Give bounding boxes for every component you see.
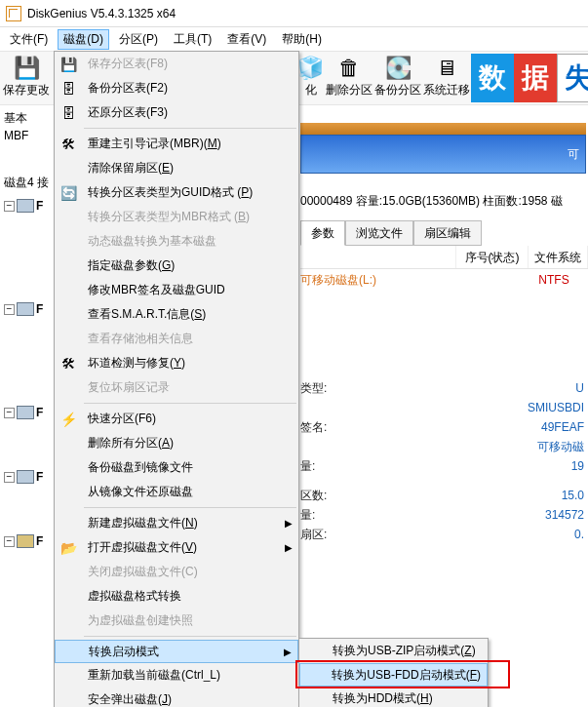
menu-item-label: 修改MBR签名及磁盘GUID: [82, 282, 298, 298]
disk-menu-dropdown: 💾保存分区表(F8)🗄备份分区表(F2)🗄还原分区表(F3)🛠重建主引导记录(M…: [54, 51, 299, 707]
menu-item-label: 备份磁盘到镜像文件: [82, 459, 298, 476]
promo-banner[interactable]: 数 据 失 丢: [471, 54, 588, 102]
submenu-arrow-icon: ▶: [285, 518, 293, 529]
submenu-item[interactable]: 转换为USB-FDD启动模式(F): [299, 663, 488, 687]
info-block: 区数:15.0 量:314572 扇区:0.: [300, 486, 584, 544]
menu-item-icon: 📂: [55, 540, 82, 556]
collapse-icon[interactable]: −: [4, 304, 15, 315]
tb-bkp-label: 备份分区: [374, 82, 421, 98]
menu-bar: 文件(F) 磁盘(D) 分区(P) 工具(T) 查看(V) 帮助(H): [0, 27, 588, 51]
kv-v: 15.0: [562, 489, 584, 502]
tree-node[interactable]: −F: [0, 529, 45, 554]
menu-item[interactable]: 指定磁盘参数(G): [55, 254, 298, 278]
collapse-icon[interactable]: −: [4, 201, 15, 212]
submenu-item-label: 转换为USB-FDD启动模式(F): [326, 667, 487, 684]
menu-item-label: 从镜像文件还原磁盘: [82, 484, 298, 500]
menu-item-label: 删除所有分区(A): [82, 435, 298, 452]
menu-item-label: 重建主引导记录(MBR)(M): [82, 136, 298, 152]
menu-item: 动态磁盘转换为基本磁盘: [55, 229, 298, 254]
migrate-icon: 🖥: [436, 58, 457, 79]
menu-item-label: 保存分区表(F8): [82, 56, 298, 72]
tb-format[interactable]: 🧊 化: [296, 54, 325, 102]
promo-1: 数: [471, 54, 514, 102]
menu-item-label: 快速分区(F6): [82, 411, 298, 427]
kv-v: 49FEAF: [541, 420, 584, 434]
menu-item[interactable]: 查看S.M.A.R.T.信息(S): [55, 302, 298, 327]
left-l2: MBF: [4, 127, 51, 144]
kv-v: SMIUSBDI: [528, 401, 584, 414]
submenu-item[interactable]: 转换为USB-ZIP启动模式(Z): [299, 639, 488, 663]
menu-item[interactable]: 备份磁盘到镜像文件: [55, 455, 298, 480]
menu-item: 转换分区表类型为MBR格式 (B): [55, 205, 298, 229]
menu-item[interactable]: 🗄还原分区表(F3): [55, 100, 298, 125]
disk-map[interactable]: 可: [300, 123, 586, 174]
kv-l: 类型:: [300, 380, 327, 397]
tree-node[interactable]: −F: [0, 296, 45, 322]
collapse-icon[interactable]: −: [4, 472, 15, 483]
menu-item: 💾保存分区表(F8): [55, 52, 298, 76]
tab-params[interactable]: 参数: [300, 220, 345, 246]
menu-item[interactable]: 修改MBR签名及磁盘GUID: [55, 278, 298, 302]
menu-view[interactable]: 查看(V): [221, 29, 272, 50]
tree-node[interactable]: −F: [0, 193, 45, 218]
tb-backup-partition[interactable]: 💽 备份分区: [373, 54, 422, 102]
menu-item[interactable]: 虚拟磁盘格式转换: [55, 584, 298, 609]
kv-l: 签名:: [300, 419, 327, 436]
menu-disk[interactable]: 磁盘(D): [58, 29, 109, 50]
menu-item[interactable]: 🔄转换分区表类型为GUID格式 (P): [55, 180, 298, 205]
menu-item-label: 打开虚拟磁盘文件(V): [82, 539, 298, 556]
menu-item-label: 转换分区表类型为GUID格式 (P): [82, 184, 298, 201]
save-icon: 💾: [14, 58, 40, 79]
tabs: 参数 浏览文件 扇区编辑: [300, 220, 588, 246]
tab-sector-edit[interactable]: 扇区编辑: [413, 220, 482, 246]
tb-delete-partition[interactable]: 🗑 删除分区: [325, 54, 373, 102]
menu-item[interactable]: 转换启动模式▶: [55, 640, 298, 663]
menu-item-label: 复位坏扇区记录: [82, 379, 298, 396]
menu-item: 关闭虚拟磁盘文件(C): [55, 560, 298, 584]
th-fs[interactable]: 文件系统: [529, 246, 588, 268]
menu-item[interactable]: 从镜像文件还原磁盘: [55, 480, 298, 504]
menu-item-label: 坏道检测与修复(Y): [82, 355, 298, 372]
menu-file[interactable]: 文件(F): [4, 29, 54, 50]
menu-item-label: 虚拟磁盘格式转换: [82, 588, 298, 605]
menu-item[interactable]: 清除保留扇区(E): [55, 156, 298, 180]
menu-item-label: 关闭虚拟磁盘文件(C): [82, 564, 298, 580]
kv-l: 量:: [300, 458, 315, 475]
submenu-item[interactable]: 转换为HDD模式(H): [299, 687, 488, 707]
tb-save[interactable]: 💾 保存更改: [2, 54, 51, 102]
left-l1: 基本: [4, 109, 51, 127]
menu-item-icon: 🗄: [55, 81, 82, 97]
menu-item[interactable]: 🗄备份分区表(F2): [55, 76, 298, 100]
menu-item-label: 查看S.M.A.R.T.信息(S): [82, 306, 298, 323]
menu-item[interactable]: 新建虚拟磁盘文件(N)▶: [55, 511, 298, 535]
disk-icon: [17, 470, 34, 484]
kv-v: 19: [571, 459, 584, 473]
menu-item: 为虚拟磁盘创建快照: [55, 609, 298, 633]
tree-node[interactable]: −F: [0, 400, 45, 425]
menu-tools[interactable]: 工具(T): [168, 29, 217, 50]
tree-node[interactable]: −F: [0, 464, 45, 490]
menu-item[interactable]: 删除所有分区(A): [55, 431, 298, 455]
tb-system-migrate[interactable]: 🖥 系统迁移: [422, 54, 471, 102]
format-icon: 🧊: [297, 58, 324, 79]
menu-item-label: 动态磁盘转换为基本磁盘: [82, 233, 298, 250]
menu-item-label: 重新加载当前磁盘(Ctrl_L): [82, 667, 298, 684]
menu-item[interactable]: 重新加载当前磁盘(Ctrl_L): [55, 663, 298, 687]
menu-help[interactable]: 帮助(H): [276, 29, 328, 50]
kv-v: U: [575, 381, 584, 395]
row-fs: NTFS: [525, 273, 583, 287]
tab-browse[interactable]: 浏览文件: [345, 220, 413, 246]
submenu-arrow-icon: ▶: [284, 647, 292, 657]
menu-item[interactable]: ⚡快速分区(F6): [55, 407, 298, 431]
th-status[interactable]: 序号(状态): [456, 246, 529, 268]
menu-item[interactable]: 🛠重建主引导记录(MBR)(M): [55, 132, 298, 156]
collapse-icon[interactable]: −: [4, 536, 15, 547]
menu-item[interactable]: 安全弹出磁盘(J): [55, 687, 298, 707]
window-title: DiskGenius V5.4.3.1325 x64: [27, 7, 176, 20]
table-row[interactable]: 可移动磁盘(L:) NTFS: [300, 269, 588, 291]
menu-item[interactable]: 📂打开虚拟磁盘文件(V)▶: [55, 535, 298, 560]
menu-partition[interactable]: 分区(P): [113, 29, 164, 50]
disk-icon: [17, 199, 34, 213]
menu-item[interactable]: 🛠坏道检测与修复(Y): [55, 351, 298, 375]
collapse-icon[interactable]: −: [4, 408, 15, 418]
